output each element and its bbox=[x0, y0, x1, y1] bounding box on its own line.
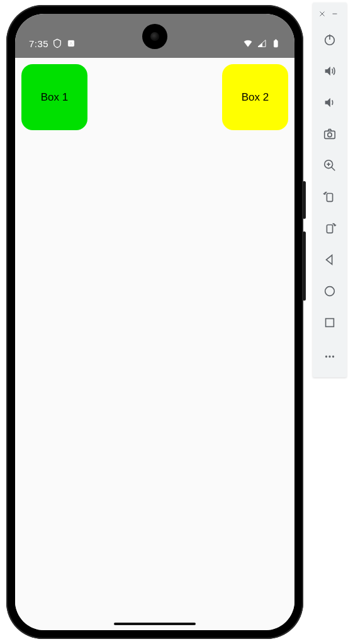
svg-rect-2 bbox=[274, 40, 277, 47]
svg-point-16 bbox=[325, 355, 327, 357]
wifi-icon bbox=[243, 38, 253, 48]
status-bar-left: 7:35 A bbox=[29, 38, 76, 49]
rotate-left-button[interactable] bbox=[317, 184, 342, 209]
battery-icon bbox=[271, 38, 281, 48]
clock: 7:35 bbox=[29, 38, 48, 49]
device-frame: 7:35 A bbox=[6, 5, 303, 639]
svg-rect-13 bbox=[327, 225, 332, 233]
svg-rect-12 bbox=[327, 194, 332, 202]
minimize-button[interactable] bbox=[330, 9, 339, 18]
box-2-label: Box 2 bbox=[242, 91, 269, 104]
device-screen: 7:35 A bbox=[15, 14, 294, 630]
box-1-label: Box 1 bbox=[41, 91, 68, 104]
box-1[interactable]: Box 1 bbox=[21, 64, 87, 130]
svg-text:A: A bbox=[70, 41, 74, 47]
power-button[interactable] bbox=[317, 27, 342, 52]
emulator-toolbar bbox=[313, 3, 347, 377]
signal-icon bbox=[257, 38, 267, 48]
emulator-window-controls bbox=[313, 6, 347, 24]
svg-line-9 bbox=[332, 167, 335, 171]
zoom-in-button[interactable] bbox=[317, 153, 342, 178]
more-button[interactable] bbox=[317, 344, 342, 369]
volume-up-button[interactable] bbox=[317, 58, 342, 84]
home-button[interactable] bbox=[317, 279, 342, 304]
device-volume-buttons bbox=[303, 231, 306, 301]
svg-rect-6 bbox=[325, 131, 335, 138]
svg-rect-3 bbox=[275, 40, 276, 41]
device-power-button bbox=[303, 181, 306, 219]
svg-point-17 bbox=[328, 355, 330, 357]
box-2[interactable]: Box 2 bbox=[222, 64, 288, 130]
status-bar-right bbox=[243, 38, 281, 48]
svg-rect-15 bbox=[326, 319, 334, 327]
shield-icon bbox=[52, 38, 62, 48]
camera-notch bbox=[142, 24, 167, 49]
close-button[interactable] bbox=[318, 9, 327, 18]
svg-point-18 bbox=[332, 355, 334, 357]
svg-point-7 bbox=[328, 133, 332, 136]
notification-icon: A bbox=[66, 38, 76, 48]
app-content: Box 1 Box 2 bbox=[15, 58, 294, 630]
screenshot-button[interactable] bbox=[317, 121, 342, 147]
rotate-right-button[interactable] bbox=[317, 216, 342, 241]
back-button[interactable] bbox=[317, 247, 342, 272]
home-indicator bbox=[114, 623, 196, 625]
overview-button[interactable] bbox=[317, 310, 342, 335]
volume-down-button[interactable] bbox=[317, 90, 342, 115]
svg-point-14 bbox=[325, 287, 335, 296]
